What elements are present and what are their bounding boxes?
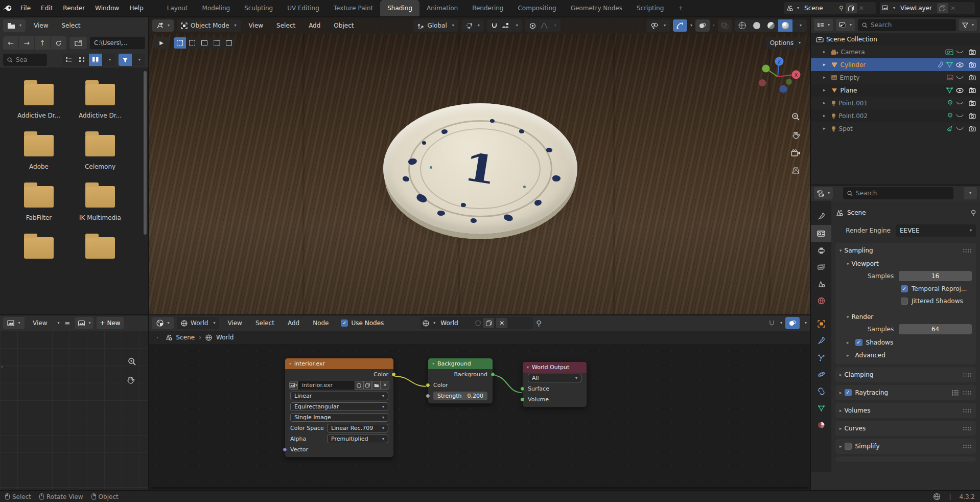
hide-eye-closed-icon[interactable] <box>956 101 964 105</box>
folder-item[interactable]: FabFilter <box>8 186 69 221</box>
viewport-3d[interactable]: 1 ▾ <box>149 17 810 314</box>
tab-output[interactable] <box>811 242 831 259</box>
mode-selector[interactable]: Object Mode▾ <box>177 19 241 32</box>
volume-input-socket[interactable] <box>520 397 525 402</box>
ne-menu-select[interactable]: Select <box>250 320 279 326</box>
blender-logo-icon[interactable] <box>0 5 15 12</box>
properties-editor-type-button[interactable]: ▾ <box>814 187 833 199</box>
snap-dropdown[interactable]: ▾ <box>516 24 518 28</box>
viewport-subpanel-header[interactable]: ▾Viewport <box>847 259 972 268</box>
pin-icon[interactable]: ⚲ <box>839 5 844 11</box>
outliner-display-mode-button[interactable]: ▾ <box>814 19 833 31</box>
gizmo-toggle-button[interactable] <box>673 19 687 32</box>
editor-type-button[interactable]: ▾ <box>3 19 26 32</box>
tab-view-layer[interactable] <box>811 259 831 276</box>
properties-search-input[interactable]: Search <box>843 187 953 199</box>
output-target-dropdown[interactable]: All▾ <box>528 374 581 382</box>
vp-menu-select[interactable]: Select <box>271 22 300 29</box>
rendered-shading-button[interactable] <box>778 19 792 32</box>
outliner-row-cylinder[interactable]: ▸ Cylinder <box>811 58 980 71</box>
disable-render-camera-icon[interactable] <box>969 126 976 131</box>
ne-toolbar-expander[interactable]: › <box>156 335 158 340</box>
node-canvas[interactable]: ▾interior.exr Color ▾ interior.exr ✕ Lin… <box>149 344 810 487</box>
node-world-output[interactable]: ▾World Output All▾ Surface Volume <box>522 361 587 407</box>
image-browse-button[interactable]: ▾ <box>289 381 298 390</box>
disable-render-camera-icon[interactable] <box>969 49 976 55</box>
projection-dropdown[interactable]: Equirectangular▾ <box>290 402 388 411</box>
forward-button[interactable]: → <box>19 36 35 50</box>
partial-panel[interactable] <box>835 457 976 462</box>
horizontal-list-button[interactable] <box>76 54 89 66</box>
unlink-scene-button[interactable]: ✕ <box>859 5 864 11</box>
outliner-search-input[interactable]: Search <box>858 19 956 31</box>
ie-menu-view[interactable]: View <box>28 320 52 326</box>
source-dropdown[interactable]: Single Image▾ <box>290 413 388 422</box>
pivot-point-dropdown[interactable]: ▾ <box>461 19 484 32</box>
node-environment-texture[interactable]: ▾interior.exr Color ▾ interior.exr ✕ Lin… <box>285 358 394 458</box>
transform-orientation-dropdown[interactable]: Global▾ <box>413 19 458 32</box>
pan-hand-icon[interactable] <box>791 131 800 140</box>
sampling-panel-header[interactable]: ▾Sampling <box>839 246 972 255</box>
gizmo-dropdown[interactable]: ▾ <box>690 24 692 28</box>
select-set-button[interactable] <box>174 37 186 49</box>
menu-render[interactable]: Render <box>58 5 90 11</box>
ie-view-dropdown[interactable]: ▾ <box>57 321 59 325</box>
display-settings-dropdown[interactable]: ▾ <box>102 54 115 66</box>
simplify-panel[interactable]: ▸Simplify <box>835 439 976 454</box>
back-button[interactable]: ← <box>3 36 19 50</box>
wireframe-shading-button[interactable] <box>735 19 750 32</box>
use-nodes-toggle[interactable]: ✓Use Nodes <box>341 320 384 327</box>
refresh-button[interactable] <box>51 36 66 50</box>
tab-scene[interactable] <box>811 276 831 292</box>
menu-file[interactable]: File <box>15 5 36 11</box>
menu-help[interactable]: Help <box>124 5 148 11</box>
ne-menu-node[interactable]: Node <box>308 320 334 326</box>
snap-target-icon[interactable] <box>502 22 510 29</box>
ne-overlays-button[interactable] <box>785 317 800 329</box>
image-fake-user-button[interactable] <box>355 381 363 390</box>
material-preview-button[interactable] <box>764 19 778 32</box>
tab-layout[interactable]: Layout <box>160 0 195 16</box>
tab-tool[interactable] <box>811 208 831 225</box>
vp-menu-add[interactable]: Add <box>304 22 325 29</box>
outliner-collection-filter-button[interactable]: ▾ <box>836 19 855 31</box>
alpha-dropdown[interactable]: Premultiplied▾ <box>327 435 388 443</box>
hide-eye-closed-icon[interactable] <box>956 127 964 131</box>
outliner-row-point002[interactable]: ▸ Point.002 <box>811 109 980 122</box>
tab-world[interactable] <box>811 292 831 309</box>
fb-search-input[interactable]: Sea <box>3 54 47 66</box>
hide-eye-closed-icon[interactable] <box>956 114 964 118</box>
scene-selector[interactable]: ▾ Scene ⚲ ✕ <box>784 2 876 14</box>
tab-particles[interactable] <box>811 349 831 366</box>
properties-options-dropdown[interactable]: ▾ <box>964 187 977 199</box>
volumes-panel[interactable]: ▸Volumes <box>835 403 976 418</box>
select-invert-button[interactable] <box>211 37 223 49</box>
tab-material[interactable] <box>811 417 831 433</box>
viewport-samples-field[interactable]: 16 <box>899 271 972 281</box>
hide-eye-closed-icon[interactable] <box>956 76 964 80</box>
new-scene-button[interactable] <box>846 3 857 13</box>
image-unlink-button[interactable]: ✕ <box>381 381 389 390</box>
tab-scripting[interactable]: Scripting <box>629 0 671 16</box>
background-output-socket[interactable] <box>491 372 495 377</box>
ie-image-browse-button[interactable]: ▾ <box>75 317 94 329</box>
tab-rendering[interactable]: Rendering <box>465 0 510 16</box>
folder-item[interactable]: Addictive Dr... <box>69 84 131 119</box>
falloff-dropdown[interactable]: ▾ <box>554 24 556 28</box>
surface-input-socket[interactable] <box>520 386 525 391</box>
ne-magnet-icon[interactable] <box>768 320 775 327</box>
copy-datablock-button[interactable] <box>483 318 494 328</box>
image-open-button[interactable] <box>372 381 381 390</box>
folder-item[interactable]: Adobe <box>8 135 69 170</box>
image-copy-button[interactable] <box>363 381 372 390</box>
tab-render[interactable] <box>811 225 831 242</box>
shading-dropdown[interactable]: ▾ <box>792 19 807 32</box>
strength-slider[interactable]: Strength0.200 <box>433 392 487 400</box>
interpolation-dropdown[interactable]: Linear▾ <box>290 392 388 400</box>
shader-type-dropdown[interactable]: World▾ <box>177 317 219 329</box>
remove-viewlayer-button[interactable]: ✕ <box>950 5 955 11</box>
network-icon[interactable] <box>933 493 941 500</box>
camera-view-icon[interactable] <box>791 149 801 157</box>
shader-node-editor[interactable]: ▾ World▾ View Select Add Node ✓Use Nodes… <box>149 315 810 490</box>
filter-settings-dropdown[interactable]: ▾ <box>132 54 145 66</box>
